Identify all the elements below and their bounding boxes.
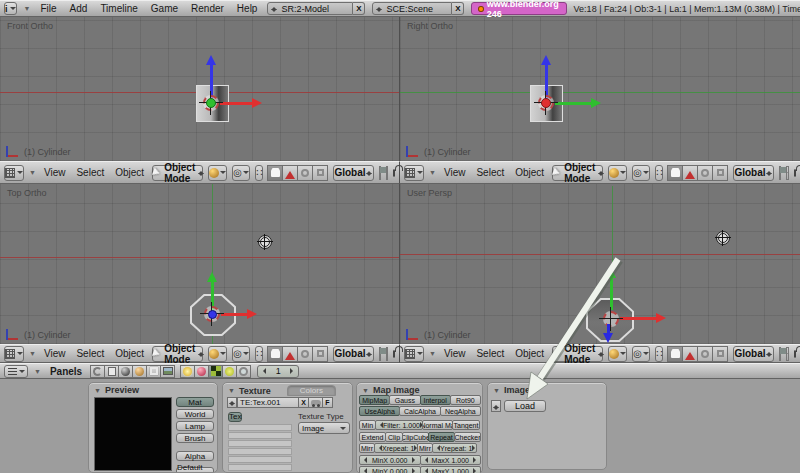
manipulator-x-arrow[interactable] bbox=[221, 313, 247, 316]
logic-context-icon[interactable] bbox=[90, 365, 105, 378]
object-context-icon[interactable] bbox=[146, 365, 161, 378]
snap-icon[interactable]: ∷ bbox=[655, 346, 663, 362]
menu-game[interactable]: Game bbox=[148, 3, 181, 14]
mode-selector[interactable]: Object Mode bbox=[152, 165, 203, 181]
orientation-selector[interactable]: Global bbox=[733, 165, 773, 181]
viewport-user[interactable]: User Persp (1) Cylinder bbox=[400, 184, 800, 344]
layer-grid[interactable] bbox=[379, 166, 381, 180]
menu-view[interactable]: View bbox=[41, 167, 69, 178]
buttons-window-type-button[interactable] bbox=[4, 365, 28, 378]
filter-size-field[interactable]: Filter: 1.000 bbox=[375, 420, 423, 430]
draw-type-selector[interactable] bbox=[208, 346, 227, 362]
normal-space-selector[interactable]: Tangent bbox=[452, 420, 480, 430]
collapse-triangle-icon[interactable]: ▼ bbox=[429, 169, 436, 176]
texture-channel-slot[interactable] bbox=[228, 464, 292, 471]
lock-icon[interactable] bbox=[794, 169, 796, 177]
material-buttons-icon[interactable] bbox=[194, 365, 209, 378]
default-view-button[interactable]: Default Vie bbox=[176, 467, 214, 473]
clip-toggle[interactable]: Clip bbox=[385, 432, 403, 442]
stepper-right-icon[interactable] bbox=[290, 368, 296, 374]
manipulator-translate-icon[interactable] bbox=[682, 346, 698, 362]
screen-close-button[interactable]: X bbox=[353, 2, 365, 15]
layer-grid[interactable] bbox=[786, 347, 789, 361]
collapse-triangle-icon[interactable]: ▼ bbox=[29, 350, 36, 357]
rot90-toggle[interactable]: Rot90 bbox=[450, 395, 481, 405]
checker-toggle[interactable]: Checker bbox=[454, 432, 481, 442]
menu-timeline[interactable]: Timeline bbox=[97, 3, 140, 14]
preview-alpha-button[interactable]: Alpha bbox=[176, 451, 214, 461]
manipulator-y-arrow[interactable] bbox=[610, 278, 613, 310]
pivot-selector[interactable]: ◎ bbox=[232, 346, 250, 362]
layer-grid[interactable] bbox=[386, 347, 388, 361]
lamp-buttons-icon[interactable] bbox=[180, 365, 195, 378]
manipulator-scale-icon[interactable] bbox=[312, 346, 328, 362]
manipulator-translate-icon[interactable] bbox=[282, 346, 298, 362]
snap-icon[interactable]: ∷ bbox=[255, 346, 263, 362]
script-context-icon[interactable] bbox=[104, 365, 119, 378]
scene-context-icon[interactable] bbox=[160, 365, 175, 378]
scene-selector[interactable]: SCE:Scene bbox=[372, 2, 452, 15]
orientation-selector[interactable]: Global bbox=[733, 346, 773, 362]
editor-type-selector[interactable] bbox=[404, 346, 424, 362]
manipulator-rotate-icon[interactable] bbox=[297, 346, 313, 362]
pivot-selector[interactable]: ◎ bbox=[632, 165, 650, 181]
viewport-right[interactable]: Right Ortho (1) Cylinder bbox=[400, 17, 800, 161]
viewport-top[interactable]: Top Ortho (1) Cylinder bbox=[0, 184, 400, 344]
preview-lamp-button[interactable]: Lamp bbox=[176, 421, 214, 431]
layer-grid[interactable] bbox=[386, 166, 388, 180]
repeat-toggle[interactable]: Repeat bbox=[428, 432, 455, 442]
blender-org-link[interactable]: www.blender.org 246 bbox=[471, 2, 566, 15]
layer-grid[interactable] bbox=[786, 166, 789, 180]
shading-context-icon[interactable] bbox=[118, 365, 133, 378]
minx-field[interactable]: MinX 0.000 bbox=[359, 455, 421, 465]
manipulator-rotate-icon[interactable] bbox=[697, 346, 713, 362]
panels-menu[interactable]: Panels bbox=[47, 366, 85, 377]
editor-type-selector[interactable] bbox=[404, 165, 424, 181]
min-filter-toggle[interactable]: Min bbox=[359, 420, 376, 430]
menu-object[interactable]: Object bbox=[112, 348, 147, 359]
panel-collapse-icon[interactable]: ▼ bbox=[493, 387, 500, 394]
manipulator-hand-icon[interactable] bbox=[667, 346, 683, 362]
mode-selector[interactable]: Object Mode bbox=[152, 346, 203, 362]
collapse-triangle-icon[interactable]: ▼ bbox=[429, 350, 436, 357]
manipulator-x-arrow[interactable] bbox=[620, 317, 656, 320]
image-browse-button[interactable] bbox=[491, 400, 501, 412]
snap-icon[interactable]: ∷ bbox=[255, 165, 263, 181]
manipulator-rotate-icon[interactable] bbox=[697, 165, 713, 181]
lock-icon[interactable] bbox=[794, 350, 796, 358]
manipulator-scale-icon[interactable] bbox=[712, 346, 728, 362]
manipulator-rotate-icon[interactable] bbox=[297, 165, 313, 181]
collapse-triangle-icon[interactable]: ▼ bbox=[29, 169, 36, 176]
menu-select[interactable]: Select bbox=[473, 167, 507, 178]
menu-view[interactable]: View bbox=[441, 167, 469, 178]
xrepeat-field[interactable]: Xrepeat: 1 bbox=[374, 443, 418, 453]
texture-channel-slot[interactable] bbox=[228, 456, 292, 463]
collapse-triangle-icon[interactable]: ▼ bbox=[24, 5, 31, 12]
mirror-x-toggle[interactable]: Mirr bbox=[359, 443, 375, 453]
texture-channel-slot[interactable] bbox=[228, 424, 292, 431]
collapse-triangle-icon[interactable]: ▼ bbox=[34, 368, 41, 375]
scene-close-button[interactable]: X bbox=[452, 2, 464, 15]
preview-brush-button[interactable]: Brush bbox=[176, 433, 214, 443]
gauss-toggle[interactable]: Gauss bbox=[389, 395, 420, 405]
layer-grid[interactable] bbox=[779, 166, 782, 180]
mipmap-toggle[interactable]: MipMap bbox=[359, 395, 390, 405]
layer-grid[interactable] bbox=[779, 347, 782, 361]
manipulator-hand-icon[interactable] bbox=[667, 165, 683, 181]
texture-channel-slot[interactable] bbox=[228, 440, 292, 447]
manipulator-x-arrow[interactable] bbox=[220, 102, 252, 105]
texture-channel-active[interactable]: Tex bbox=[228, 412, 242, 422]
negalpha-toggle[interactable]: NegAlpha bbox=[440, 406, 481, 416]
pivot-selector[interactable]: ◎ bbox=[232, 165, 250, 181]
usealpha-toggle[interactable]: UseAlpha bbox=[359, 406, 400, 416]
texture-buttons-icon[interactable] bbox=[208, 365, 223, 378]
manipulator-hand-icon[interactable] bbox=[267, 346, 283, 362]
extend-toggle[interactable]: Extend bbox=[359, 432, 386, 442]
layer-grid[interactable] bbox=[379, 347, 381, 361]
preview-mat-button[interactable]: Mat bbox=[176, 397, 214, 407]
window-type-button[interactable]: i bbox=[4, 2, 17, 15]
mode-selector[interactable]: Object Mode bbox=[552, 165, 603, 181]
maxy-field[interactable]: MaxY 1.000 bbox=[420, 466, 482, 473]
menu-add[interactable]: Add bbox=[67, 3, 91, 14]
tab-colors[interactable]: Colors bbox=[287, 385, 336, 396]
